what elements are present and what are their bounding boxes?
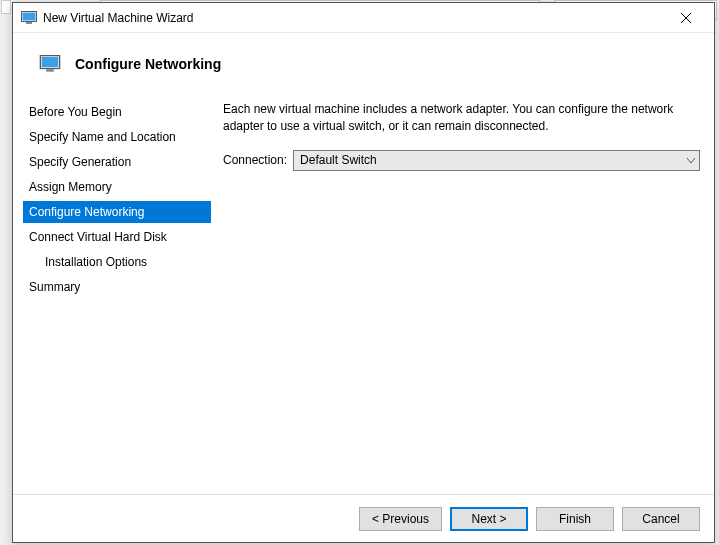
- step-summary[interactable]: Summary: [23, 276, 211, 298]
- description-text: Each new virtual machine includes a netw…: [223, 101, 700, 136]
- svg-rect-2: [26, 22, 32, 24]
- monitor-icon: [21, 11, 37, 25]
- step-connect-vhd[interactable]: Connect Virtual Hard Disk: [23, 226, 211, 248]
- connection-dropdown[interactable]: Default Switch: [293, 150, 700, 171]
- chevron-down-icon: [687, 155, 695, 166]
- close-icon: [681, 13, 691, 23]
- step-installation-options[interactable]: Installation Options: [23, 251, 211, 273]
- connection-row: Connection: Default Switch: [223, 150, 700, 171]
- step-specify-name-location[interactable]: Specify Name and Location: [23, 126, 211, 148]
- connection-label: Connection:: [223, 153, 287, 167]
- page-title: Configure Networking: [75, 56, 221, 72]
- step-configure-networking[interactable]: Configure Networking: [23, 201, 211, 223]
- svg-rect-6: [42, 57, 59, 67]
- monitor-large-icon: [39, 55, 61, 73]
- finish-button[interactable]: Finish: [536, 507, 614, 531]
- svg-rect-7: [46, 69, 54, 72]
- cancel-button[interactable]: Cancel: [622, 507, 700, 531]
- steps-list: Before You BeginSpecify Name and Locatio…: [13, 95, 213, 494]
- wizard-dialog: New Virtual Machine Wizard Configure Net…: [12, 2, 715, 543]
- header-band: Configure Networking: [13, 33, 714, 95]
- step-specify-generation[interactable]: Specify Generation: [23, 151, 211, 173]
- next-button[interactable]: Next >: [450, 507, 528, 531]
- content-pane: Each new virtual machine includes a netw…: [213, 95, 704, 494]
- window-title: New Virtual Machine Wizard: [43, 11, 666, 25]
- previous-button[interactable]: < Previous: [359, 507, 442, 531]
- footer: < Previous Next > Finish Cancel: [13, 494, 714, 542]
- titlebar: New Virtual Machine Wizard: [13, 3, 714, 33]
- step-assign-memory[interactable]: Assign Memory: [23, 176, 211, 198]
- step-before-you-begin[interactable]: Before You Begin: [23, 101, 211, 123]
- svg-rect-1: [23, 12, 36, 20]
- close-button[interactable]: [666, 4, 706, 32]
- connection-selected-value: Default Switch: [300, 153, 377, 167]
